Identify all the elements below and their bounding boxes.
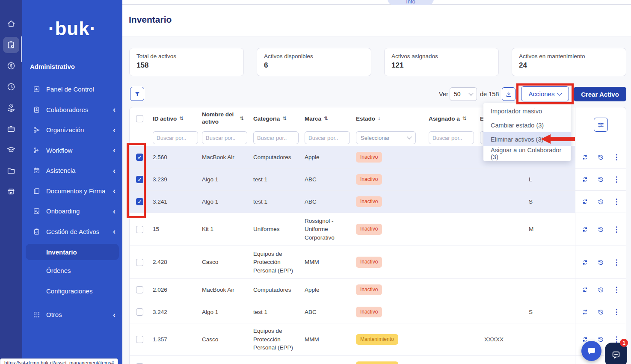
- row-checkbox[interactable]: [136, 226, 143, 233]
- sync-icon[interactable]: [581, 259, 589, 266]
- download-button[interactable]: [502, 87, 515, 101]
- sort-icon[interactable]: ⇅: [324, 115, 328, 121]
- clock-icon[interactable]: [3, 79, 19, 95]
- sidebar-item-workflow[interactable]: Workflow ‹: [22, 140, 122, 161]
- row-checkbox[interactable]: [136, 154, 143, 161]
- column-header-categoria[interactable]: Categoría⇅: [250, 107, 301, 130]
- app-window: ·buk· Administrativo Panel de Control Co…: [0, 0, 631, 364]
- sort-icon[interactable]: ⇅: [282, 115, 287, 121]
- workflow-icon: [33, 146, 40, 154]
- status-bar-url: https://sst-demo.buk.cl/asset_management…: [0, 358, 118, 364]
- benefits-icon[interactable]: [3, 100, 19, 116]
- folder-icon[interactable]: [3, 163, 19, 179]
- sort-icon[interactable]: ⇅: [240, 115, 244, 121]
- sort-icon[interactable]: ⇅: [462, 115, 467, 121]
- crear-activo-button[interactable]: Crear Activo: [574, 87, 626, 101]
- column-header-estado[interactable]: Estado↓: [353, 107, 425, 130]
- kebab-menu-icon[interactable]: ⋮: [613, 285, 620, 294]
- history-icon[interactable]: [597, 198, 604, 205]
- asset-management-icon[interactable]: [3, 37, 19, 53]
- history-icon[interactable]: [597, 226, 604, 233]
- row-checkbox[interactable]: [136, 286, 143, 293]
- buk-logo: ·buk·: [22, 18, 122, 39]
- sync-icon[interactable]: [581, 198, 589, 205]
- row-checkbox[interactable]: [136, 308, 143, 316]
- filter-input-asignado[interactable]: [429, 131, 474, 144]
- cell-categoria: test 1: [250, 191, 301, 213]
- money-icon[interactable]: [3, 58, 19, 74]
- column-settings-button[interactable]: [594, 118, 608, 132]
- column-header-asignado[interactable]: Asignado a⇅: [425, 107, 477, 130]
- dashboard-icon: [33, 86, 40, 93]
- row-checkbox[interactable]: [136, 176, 143, 183]
- chevron-down-icon: [407, 134, 412, 139]
- cell-id-activo: 3.234: [149, 356, 198, 364]
- kebab-menu-icon[interactable]: ⋮: [613, 175, 620, 184]
- history-icon[interactable]: [597, 154, 604, 161]
- sort-desc-icon[interactable]: ↓: [378, 115, 380, 121]
- sync-icon[interactable]: [581, 154, 589, 161]
- dropdown-menu-item[interactable]: Cambiar estado (3): [483, 118, 571, 132]
- column-header-id[interactable]: ID activo⇅: [149, 107, 198, 130]
- dropdown-menu-item[interactable]: Asignar a un Colaborador (3): [483, 146, 571, 160]
- sidebar-item-ordenes[interactable]: Órdenes: [22, 260, 122, 281]
- sidebar-item-inventario[interactable]: Inventario: [26, 244, 119, 260]
- history-icon[interactable]: [597, 308, 604, 316]
- sync-icon[interactable]: [581, 308, 589, 316]
- store-icon[interactable]: [3, 183, 19, 200]
- page-title: Inventario: [129, 15, 172, 25]
- column-header-nombre[interactable]: Nombre del activo⇅: [198, 107, 250, 130]
- sidebar-item-asistencia[interactable]: Asistencia ‹: [22, 160, 122, 181]
- box-icon[interactable]: [3, 121, 19, 137]
- filter-input-nombre[interactable]: [202, 131, 247, 144]
- table-row: 2.026 MacBook Air Computadores Apple Ina…: [130, 279, 626, 301]
- select-all-checkbox[interactable]: [136, 115, 143, 122]
- sidebar-item-organizacion[interactable]: Organización ‹: [22, 120, 122, 140]
- row-actions: ⋮: [575, 146, 626, 168]
- row-checkbox[interactable]: [136, 198, 143, 205]
- history-icon[interactable]: [597, 336, 604, 343]
- row-checkbox[interactable]: [136, 336, 143, 343]
- acciones-button[interactable]: Acciones: [521, 86, 569, 101]
- table-body: 2.560 MacBook Air Computadores Apple Ina…: [130, 146, 626, 364]
- sidebar-item-onboarding[interactable]: Onboarding ‹: [22, 201, 122, 222]
- table-row: 2.428 Casco Equipos de Protección Person…: [130, 246, 626, 279]
- filter-button[interactable]: [130, 87, 144, 101]
- sort-icon[interactable]: ⇅: [179, 115, 184, 121]
- chat-launcher-button[interactable]: [581, 341, 601, 361]
- cell-id-activo: 2.026: [149, 279, 198, 301]
- kebab-menu-icon[interactable]: ⋮: [613, 225, 620, 234]
- sync-icon[interactable]: [581, 226, 589, 233]
- total-count-label: de 158: [480, 91, 499, 98]
- history-icon[interactable]: [597, 259, 604, 266]
- kebab-menu-icon[interactable]: ⋮: [613, 197, 620, 206]
- table-row: 3.234 Algo 1 test 1 ABC Mantenimiento M …: [130, 356, 626, 364]
- education-icon[interactable]: [3, 142, 19, 158]
- sync-icon[interactable]: [581, 176, 589, 183]
- dropdown-menu-item[interactable]: Eliminar activos (3): [483, 132, 571, 146]
- sidebar-item-colaboradores[interactable]: Colaboradores ‹: [22, 100, 122, 120]
- dropdown-menu-item[interactable]: Importador masivo: [483, 104, 571, 118]
- sidebar-item-panel-de-control[interactable]: Panel de Control: [22, 79, 122, 100]
- filter-input-marca[interactable]: [305, 131, 350, 144]
- kebab-menu-icon[interactable]: ⋮: [613, 258, 620, 267]
- home-icon[interactable]: [3, 16, 19, 32]
- sidebar-item-otros[interactable]: Otros ‹: [22, 305, 122, 325]
- filter-select-estado[interactable]: Seleccionar: [356, 131, 416, 144]
- cell-categoria: Computadores: [250, 279, 301, 301]
- filter-input-id[interactable]: [153, 131, 198, 144]
- status-badge: Inactivo: [356, 257, 382, 267]
- history-icon[interactable]: [597, 286, 604, 293]
- sidebar-item-documentos-y-firma[interactable]: Documentos y Firma ‹: [22, 181, 122, 201]
- sidebar-item-gestion-de-activos[interactable]: Gestión de Activos ‹: [22, 222, 122, 242]
- column-header-marca[interactable]: Marca⇅: [301, 107, 353, 130]
- kebab-menu-icon[interactable]: ⋮: [613, 308, 620, 317]
- filter-input-categoria[interactable]: [253, 131, 299, 144]
- kebab-menu-icon[interactable]: ⋮: [613, 153, 620, 162]
- sync-icon[interactable]: [581, 286, 589, 293]
- cell-categoria: test 1: [250, 169, 301, 190]
- history-icon[interactable]: [597, 176, 604, 183]
- page-size-select[interactable]: 50: [450, 87, 477, 101]
- row-checkbox[interactable]: [136, 259, 143, 266]
- sidebar-item-configuraciones[interactable]: Configuraciones: [22, 281, 122, 301]
